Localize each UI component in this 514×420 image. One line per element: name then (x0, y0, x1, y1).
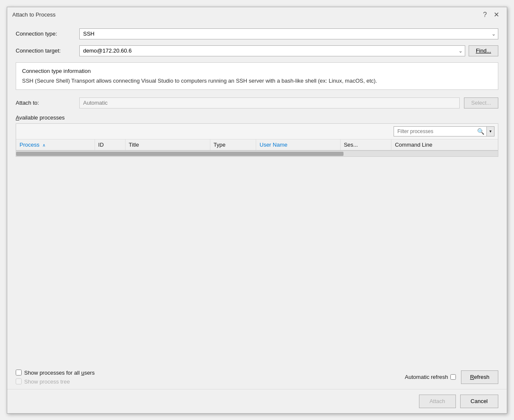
col-header-process[interactable]: Process ∧ (16, 139, 95, 150)
process-table-wrap[interactable]: Process ∧ ID Title Type (16, 139, 498, 150)
table-header: Process ∧ ID Title Type (16, 139, 498, 150)
help-button[interactable]: ? (480, 11, 489, 19)
scrollbar-thumb (16, 152, 344, 156)
col-header-username[interactable]: User Name (256, 139, 341, 150)
connection-target-label: Connection target: (16, 47, 75, 54)
dialog-title: Attach to Process (12, 11, 56, 18)
processes-table-container: 🔍 ▾ Process ∧ (16, 123, 498, 157)
show-process-tree-label: Show process tree (24, 378, 70, 385)
process-table: Process ∧ ID Title Type (16, 139, 498, 150)
col-header-type[interactable]: Type (210, 139, 256, 150)
horizontal-scrollbar[interactable] (16, 150, 498, 156)
filter-bar: 🔍 ▾ (16, 124, 498, 139)
col-header-cmdline[interactable]: Command Line (391, 139, 498, 150)
attach-to-label: Attach to: (16, 100, 75, 106)
dialog-body: Connection type: SSH ⌄ Connection target… (7, 22, 507, 365)
attach-to-row: Attach to: Select... (16, 97, 498, 108)
bottom-right-options: Automatic refresh Refresh (405, 370, 498, 384)
filter-dropdown-button[interactable]: ▾ (487, 126, 494, 136)
show-all-users-checkbox[interactable] (16, 370, 22, 375)
dialog-footer: Attach Cancel (7, 389, 507, 413)
refresh-button[interactable]: Refresh (461, 370, 498, 384)
title-bar-buttons: ? ✕ (480, 11, 502, 19)
title-bar: Attach to Process ? ✕ (7, 7, 507, 22)
auto-refresh-row: Automatic refresh (405, 374, 456, 380)
attach-button[interactable]: Attach (419, 395, 456, 408)
available-processes-label: Available processes (16, 114, 498, 121)
connection-target-control: demo@172.20.60.6 ⌄ Find... (79, 45, 498, 56)
connection-info-box: Connection type information SSH (Secure … (16, 62, 498, 90)
connection-type-row: Connection type: SSH ⌄ (16, 28, 498, 39)
info-box-title: Connection type information (22, 67, 492, 75)
auto-refresh-label: Automatic refresh (405, 374, 448, 380)
show-process-tree-checkbox[interactable] (16, 378, 22, 384)
show-all-users-label[interactable]: Show processes for all users (24, 370, 95, 376)
info-box-text: SSH (Secure Shell) Transport allows conn… (22, 77, 492, 85)
connection-type-select[interactable]: SSH (79, 28, 498, 39)
show-process-tree-row: Show process tree (16, 378, 95, 385)
col-header-session[interactable]: Ses... (340, 139, 391, 150)
col-header-title[interactable]: Title (125, 139, 210, 150)
attach-to-input[interactable] (79, 97, 460, 108)
bottom-left-options: Show processes for all users Show proces… (16, 370, 95, 385)
close-button[interactable]: ✕ (491, 11, 502, 19)
connection-type-select-wrapper: SSH ⌄ (79, 28, 498, 39)
bottom-controls: Show processes for all users Show proces… (7, 365, 507, 389)
col-header-id[interactable]: ID (95, 139, 125, 150)
find-button[interactable]: Find... (469, 45, 498, 56)
connection-type-control: SSH ⌄ (79, 28, 498, 39)
available-processes-section: Available processes 🔍 ▾ (16, 114, 498, 157)
filter-wrapper: 🔍 (394, 126, 487, 136)
cancel-button[interactable]: Cancel (460, 395, 498, 408)
filter-input[interactable] (394, 126, 487, 136)
connection-target-row: Connection target: demo@172.20.60.6 ⌄ Fi… (16, 45, 498, 56)
attach-to-process-dialog: Attach to Process ? ✕ Connection type: S… (7, 7, 507, 414)
show-all-users-row: Show processes for all users (16, 370, 95, 376)
connection-target-select[interactable]: demo@172.20.60.6 (79, 45, 465, 56)
sort-arrow-process: ∧ (42, 143, 45, 147)
connection-type-label: Connection type: (16, 31, 75, 37)
connection-target-select-wrapper: demo@172.20.60.6 ⌄ (79, 45, 465, 56)
select-button[interactable]: Select... (464, 97, 498, 108)
auto-refresh-checkbox[interactable] (450, 374, 456, 380)
